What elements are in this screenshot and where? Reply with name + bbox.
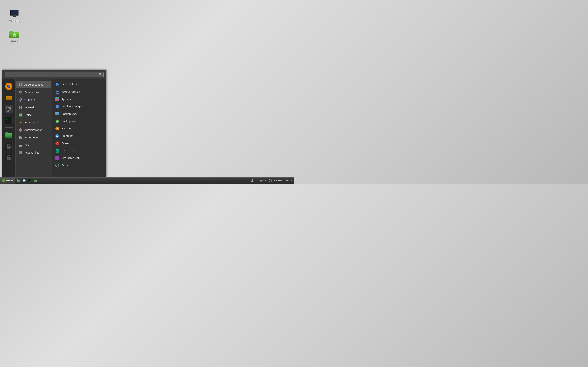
app-applets[interactable]: Applets [52,96,106,103]
backup-tool-icon [55,119,60,124]
svg-rect-9 [14,35,15,37]
app-character-map[interactable]: Ω α Character Map [52,154,106,162]
svg-point-69 [20,138,21,139]
category-accessories[interactable]: Accessories [16,89,51,96]
taskbar-menu-button[interactable]: Menu [0,178,15,184]
svg-rect-43 [20,92,22,93]
quick-launch-lock2[interactable] [4,152,14,162]
app-account-details[interactable]: Account details [52,88,106,96]
svg-rect-89 [57,100,59,101]
quick-launch-lock1[interactable] [4,141,14,151]
office-icon [18,113,23,117]
taskbar-pinned-apps: >_ [15,178,39,184]
category-administration-label: Administration [25,129,43,132]
category-all-label: All Applications [25,83,43,86]
search-input[interactable] [6,73,99,76]
app-calculator[interactable]: Calculator [52,147,106,154]
app-accessibility[interactable]: Accessibility [52,81,106,88]
category-preferences-label: Preferences [25,136,39,139]
taskbar-system-tray: Tue 07/07 09:37 [251,179,294,183]
recent-files-icon [18,150,23,155]
svg-rect-111 [56,151,57,152]
app-backup-tool[interactable]: Backup Tool [52,118,106,125]
app-banshee-label: Banshee [62,127,72,130]
app-brasero[interactable]: Brasero [52,140,106,147]
computer-icon-label: Computer [9,20,20,22]
app-character-map-label: Character Map [62,157,80,159]
preferences-icon [18,135,23,140]
svg-rect-91 [57,105,57,106]
all-apps-icon [18,83,23,87]
account-details-icon [55,90,60,94]
svg-rect-110 [58,150,58,151]
taskbar-app-home[interactable] [33,178,38,183]
category-recent-files[interactable]: Recent Files [16,149,51,156]
calculator-icon [55,148,60,153]
quick-launch-divider [5,127,13,128]
app-color[interactable]: Color [52,162,106,169]
mint-leaf-icon [1,178,6,183]
taskbar-app-mintinstall[interactable] [21,178,27,183]
quick-launch-terminal[interactable]: >_ [4,116,14,125]
svg-point-128 [261,182,261,182]
home-folder-icon [9,29,19,39]
taskbar-network-icon[interactable] [259,179,263,183]
category-places-label: Places [25,144,32,147]
category-sound-video[interactable]: Sound & Video [16,119,51,126]
quick-launch-firefox[interactable] [4,81,14,91]
app-backgrounds[interactable]: Backgrounds [52,110,106,118]
app-account-details-label: Account details [62,91,80,93]
taskbar-shield-icon[interactable] [268,179,272,183]
svg-rect-30 [5,132,8,133]
svg-text:Ω: Ω [56,157,57,159]
svg-rect-37 [8,158,9,159]
category-sound-video-label: Sound & Video [25,121,43,124]
svg-rect-113 [58,151,58,152]
svg-rect-16 [6,96,12,97]
color-icon [55,163,60,168]
app-banshee[interactable]: Banshee [52,125,106,132]
taskbar-bluetooth-icon[interactable] [255,179,259,183]
taskbar-app-files[interactable] [16,178,21,183]
quick-launch-settings[interactable] [4,104,14,114]
quick-launch-folder[interactable] [4,130,14,140]
menu-body: >_ [2,79,106,177]
category-preferences[interactable]: Preferences [16,134,51,141]
desktop-icon-home[interactable]: Home [6,29,22,43]
category-office[interactable]: Office [16,111,51,119]
svg-point-33 [8,147,9,148]
app-calculator-label: Calculator [62,149,74,152]
desktop-icon-computer[interactable]: Computer [6,8,22,23]
quick-launch-package[interactable] [4,93,14,103]
svg-text:>_: >_ [6,118,9,121]
taskbar-user-icon[interactable] [251,179,254,183]
svg-point-105 [57,143,58,144]
taskbar-time: Tue 07/07 09:37 [273,179,293,182]
svg-rect-119 [17,179,18,180]
category-internet[interactable]: Internet [16,104,51,111]
search-input-wrapper[interactable]: 🔍 [5,72,104,77]
svg-point-59 [20,129,21,131]
svg-text:>_: >_ [28,180,31,182]
app-bluetooth-label: Bluetooth [62,134,73,137]
svg-rect-41 [21,85,22,86]
category-places[interactable]: Places [16,142,51,149]
svg-rect-87 [57,98,59,99]
applets-icon [55,97,60,102]
app-archive-manager[interactable]: Archive Manager [52,103,106,110]
svg-rect-109 [57,150,58,151]
app-bluetooth[interactable]: Bluetooth [52,132,106,140]
taskbar-volume-icon[interactable] [264,179,268,183]
app-accessibility-label: Accessibility [62,83,77,86]
category-administration[interactable]: Administration [16,126,51,134]
app-backup-tool-label: Backup Tool [62,120,76,123]
svg-rect-6 [9,31,13,33]
category-internet-label: Internet [25,106,34,109]
category-graphics[interactable]: Graphics [16,96,51,104]
category-all-applications[interactable]: All Applications [16,81,51,89]
desktop: Computer Home [0,0,294,184]
svg-rect-107 [56,149,58,150]
taskbar-app-terminal[interactable]: >_ [27,178,33,183]
svg-point-24 [9,108,11,110]
apps-panel[interactable]: Accessibility Account details [52,79,106,177]
